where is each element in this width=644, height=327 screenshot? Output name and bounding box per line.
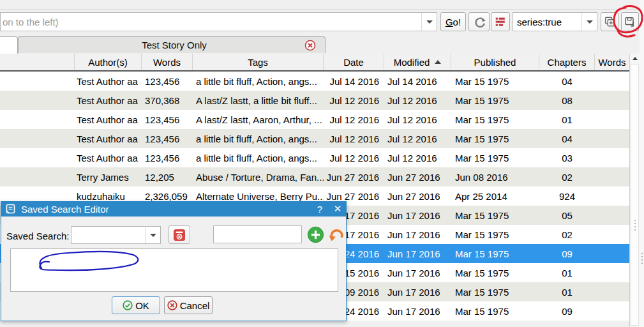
search-input[interactable] bbox=[1, 13, 421, 31]
table-row[interactable]: Test Author aa 123,456 a little bit fluf… bbox=[0, 72, 629, 91]
header-authors[interactable]: Author(s) bbox=[75, 54, 142, 70]
cell-modified: Jun 17 2016 bbox=[384, 206, 451, 225]
cell-chapters: 03 bbox=[539, 148, 595, 167]
saved-search-name-input[interactable] bbox=[213, 225, 302, 243]
table-row[interactable]: Test Author aa 123,456 a little bit fluf… bbox=[0, 148, 629, 167]
active-tab-fragment[interactable] bbox=[0, 36, 18, 54]
saved-search-editor-dialog: Saved Search Editor ? ✕ Saved Search: bbox=[1, 201, 347, 321]
cell-tags: A last/Z lastt, Aaron, Arthur, ... bbox=[193, 110, 324, 129]
search-highlight-button[interactable] bbox=[491, 12, 510, 31]
top-toolbar-strip bbox=[0, 0, 644, 10]
add-saved-search-button[interactable] bbox=[306, 225, 324, 243]
saved-search-combobox: series:true bbox=[513, 12, 597, 31]
chevron-down-icon bbox=[150, 234, 156, 237]
header-modified-label: Modified bbox=[394, 57, 430, 68]
header-words[interactable]: Words bbox=[142, 54, 193, 70]
chevron-down-icon bbox=[587, 20, 593, 24]
table-row[interactable]: Test Author aa 123,456 a little bit fluf… bbox=[0, 129, 629, 148]
cell-modified: Jul 12 2016 bbox=[384, 148, 451, 167]
ok-check-icon bbox=[123, 300, 133, 310]
save-search-icon bbox=[624, 15, 636, 28]
header-date[interactable]: Date bbox=[324, 54, 384, 70]
cell-published: Mar 15 1975 bbox=[451, 148, 539, 167]
save-search-button[interactable] bbox=[621, 12, 639, 31]
dialog-saved-search-combobox[interactable] bbox=[71, 226, 161, 244]
dialog-combo-dropdown-button[interactable] bbox=[145, 227, 160, 243]
cell-published: Mar 15 1975 bbox=[451, 301, 539, 321]
cell-date: Jul 12 2016 bbox=[324, 91, 384, 110]
cell-published: Mar 15 1975 bbox=[451, 91, 539, 110]
cell-chapters: 01 bbox=[539, 263, 595, 282]
delete-saved-search-button[interactable] bbox=[168, 225, 190, 244]
cell-blank bbox=[0, 129, 75, 148]
search-dropdown-button[interactable] bbox=[421, 13, 437, 31]
tab-label: Test Story Only bbox=[19, 40, 304, 50]
go-button[interactable]: Go! bbox=[440, 12, 466, 31]
saved-search-dropdown-button[interactable] bbox=[581, 13, 597, 31]
cell-words: 123,456 bbox=[142, 148, 193, 167]
vertical-scrollbar[interactable] bbox=[629, 54, 640, 327]
cell-date: Jul 14 2016 bbox=[324, 72, 384, 91]
cell-chapters: 08 bbox=[539, 91, 595, 110]
scrollbar-up-button[interactable] bbox=[630, 54, 640, 63]
add-icon bbox=[307, 226, 324, 243]
blue-scribble-annotation bbox=[11, 249, 339, 293]
cell-chapters: 04 bbox=[539, 72, 595, 91]
dialog-document-icon bbox=[6, 204, 15, 214]
cell-tags: Abuse / Torture, Drama, Fan... bbox=[193, 167, 324, 186]
cancel-button[interactable]: Cancel bbox=[164, 296, 213, 314]
copy-search-button[interactable] bbox=[601, 12, 618, 31]
cell-author: Test Author aa bbox=[75, 129, 142, 148]
ok-button[interactable]: OK bbox=[112, 296, 160, 314]
header-tags[interactable]: Tags bbox=[193, 54, 324, 70]
ok-label: OK bbox=[135, 300, 149, 311]
cell-words-2 bbox=[595, 186, 629, 206]
refresh-button[interactable] bbox=[468, 12, 490, 31]
dialog-close-button[interactable]: ✕ bbox=[329, 203, 347, 215]
cell-author: Terry James bbox=[75, 167, 142, 186]
header-modified[interactable]: Modified bbox=[384, 54, 451, 70]
panel-splitter[interactable] bbox=[640, 0, 644, 327]
cell-published: Mar 15 1975 bbox=[451, 110, 539, 129]
cell-date: Jun 27 2016 bbox=[324, 167, 384, 186]
cell-tags: a little bit fluff, Action, angs... bbox=[193, 72, 324, 91]
table-row[interactable]: Test Author aa 370,368 A last/Z lastt, a… bbox=[0, 91, 629, 110]
cell-date: Jul 12 2016 bbox=[324, 148, 384, 167]
tab-close-icon[interactable] bbox=[304, 40, 316, 51]
cell-tags: A last/Z lastt, a little bit fluff... bbox=[193, 91, 324, 110]
tab-test-story-only[interactable]: Test Story Only bbox=[18, 36, 326, 53]
header-published[interactable]: Published bbox=[451, 54, 539, 70]
cell-published: Jun 08 2016 bbox=[451, 167, 539, 186]
cell-chapters: 09 bbox=[539, 301, 595, 321]
scrollbar-grip-icon bbox=[634, 220, 636, 231]
search-highlight-bars-icon bbox=[494, 15, 507, 28]
saved-search-value[interactable]: series:true bbox=[513, 17, 581, 27]
cell-tags: a little bit fluff, Action, angs... bbox=[193, 129, 324, 148]
table-header-row: Author(s) Words Tags Date Modified Publi… bbox=[0, 54, 629, 72]
cell-modified: Jul 14 2016 bbox=[384, 72, 451, 91]
cell-words: 370,368 bbox=[142, 91, 193, 110]
scrollbar-thumb[interactable] bbox=[631, 64, 639, 326]
cell-date: Jul 12 2016 bbox=[324, 110, 384, 129]
cell-author: Test Author aa bbox=[75, 110, 142, 129]
cell-author: Test Author aa bbox=[75, 148, 142, 167]
header-words-2[interactable]: Words bbox=[595, 54, 629, 70]
header-chapters[interactable]: Chapters bbox=[539, 54, 595, 70]
dialog-help-button[interactable]: ? bbox=[311, 204, 329, 215]
search-expression-textarea[interactable] bbox=[10, 248, 338, 292]
saved-search-label: Saved Search: bbox=[6, 231, 69, 241]
cell-modified: Jun 17 2016 bbox=[384, 225, 451, 244]
cell-blank bbox=[0, 72, 75, 91]
cell-words: 123,456 bbox=[142, 72, 193, 91]
undo-button[interactable] bbox=[327, 225, 345, 243]
table-row[interactable]: Test Author aa 123,456 A last/Z lastt, A… bbox=[0, 110, 629, 129]
dialog-titlebar[interactable]: Saved Search Editor ? ✕ bbox=[1, 201, 347, 217]
dialog-title: Saved Search Editor bbox=[21, 204, 311, 215]
cell-words-2 bbox=[595, 225, 629, 244]
cell-modified: Jun 17 2016 bbox=[384, 244, 451, 263]
cell-modified: Jul 12 2016 bbox=[384, 129, 451, 148]
delete-saved-search-icon bbox=[173, 229, 186, 241]
header-blank[interactable] bbox=[0, 54, 75, 70]
table-row[interactable]: Terry James 12,205 Abuse / Torture, Dram… bbox=[0, 167, 629, 186]
cell-published: Mar 15 1975 bbox=[451, 129, 539, 148]
